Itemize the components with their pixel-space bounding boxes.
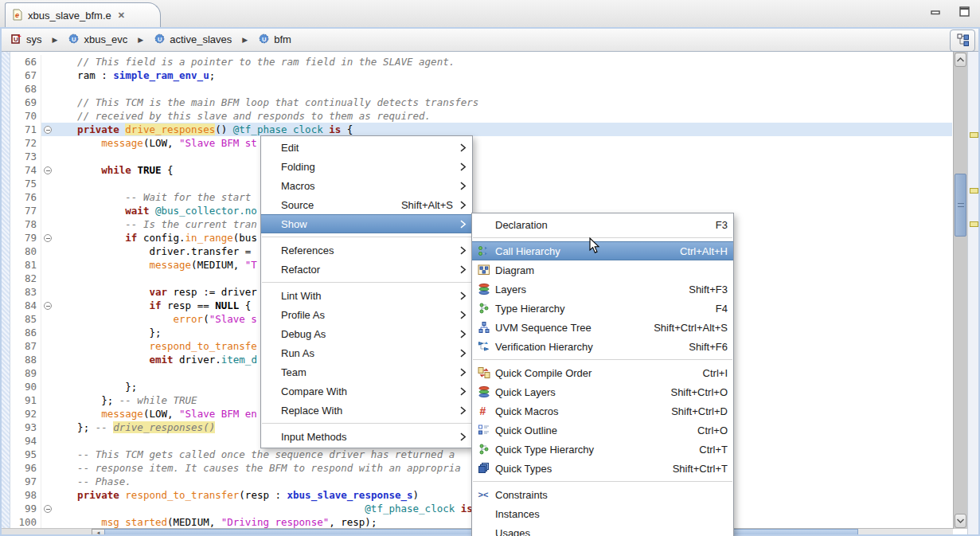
menu-item-usages[interactable]: Usages xyxy=(472,523,733,536)
line-number[interactable]: 84 xyxy=(10,299,41,311)
occurrence-marker[interactable] xyxy=(970,188,978,194)
line-number[interactable]: 99 xyxy=(10,503,41,514)
menu-item-source[interactable]: SourceShift+Alt+S xyxy=(261,195,472,214)
line-number[interactable]: 93 xyxy=(10,421,41,433)
menu-item-team[interactable]: Team xyxy=(261,362,472,381)
vertical-scrollbar[interactable] xyxy=(953,52,968,529)
code-line[interactable]: 66 // This field is a pointer to the ram… xyxy=(10,55,952,68)
line-number[interactable]: 87 xyxy=(10,340,41,352)
line-number[interactable]: 70 xyxy=(10,110,41,122)
line-number[interactable]: 72 xyxy=(10,137,41,149)
line-number[interactable]: 98 xyxy=(10,489,41,501)
menu-item-quick-types[interactable]: Quick TypesShift+Ctrl+T xyxy=(472,459,733,478)
menu-item-quick-outline[interactable]: Quick OutlineCtrl+O xyxy=(472,421,733,440)
code-line[interactable]: 70 // received by this slave and respond… xyxy=(10,109,952,123)
code-text[interactable]: // received by this slave and responds t… xyxy=(53,109,952,123)
line-number[interactable]: 77 xyxy=(10,205,41,217)
tab-xbus-slave-bfm[interactable]: e xbus_slave_bfm.e ✕ xyxy=(5,2,161,28)
code-text[interactable]: -- Wait for the start xyxy=(53,190,952,204)
collapse-icon[interactable] xyxy=(44,302,52,310)
menu-item-references[interactable]: References xyxy=(261,241,472,260)
fold-marker[interactable] xyxy=(41,299,53,312)
menu-item-replace-with[interactable]: Replace With xyxy=(261,401,472,420)
line-number[interactable]: 95 xyxy=(10,448,41,460)
line-number[interactable]: 82 xyxy=(10,272,41,284)
code-text[interactable]: message(LOW, "Slave BFM st xyxy=(53,136,952,150)
code-line[interactable]: 68 xyxy=(10,82,952,96)
code-text[interactable]: private drive_responses() @tf_phase cloc… xyxy=(53,123,952,136)
collapse-icon[interactable] xyxy=(44,234,52,242)
code-line[interactable]: 71 private drive_responses() @tf_phase c… xyxy=(10,123,952,136)
line-number[interactable]: 88 xyxy=(10,354,41,366)
line-number[interactable]: 71 xyxy=(10,123,41,135)
collapse-icon[interactable] xyxy=(44,126,52,134)
line-number[interactable]: 86 xyxy=(10,327,41,338)
menu-item-declaration[interactable]: DeclarationF3 xyxy=(472,215,733,234)
menu-item-show[interactable]: Show xyxy=(261,214,472,233)
line-number[interactable]: 68 xyxy=(10,83,41,95)
code-line[interactable]: 73 xyxy=(10,150,952,163)
menu-item-compare-with[interactable]: Compare With xyxy=(261,381,472,401)
menu-item-verification-hierarchy[interactable]: Verification HierarchyShift+F6 xyxy=(472,337,733,356)
line-number[interactable]: 91 xyxy=(10,394,41,406)
line-number[interactable]: 97 xyxy=(10,475,41,487)
occurrence-marker[interactable] xyxy=(970,132,978,138)
menu-item-layers[interactable]: LayersShift+F3 xyxy=(472,280,733,299)
tab-close-icon[interactable]: ✕ xyxy=(118,10,125,21)
menu-item-quick-macros[interactable]: #Quick MacrosShift+Ctrl+D xyxy=(472,401,733,421)
line-number[interactable]: 67 xyxy=(10,69,41,81)
menu-item-macros[interactable]: Macros xyxy=(261,176,472,195)
code-line[interactable]: 69 // This TCM is the main BFM loop that… xyxy=(10,96,952,109)
line-number[interactable]: 92 xyxy=(10,408,41,420)
line-number[interactable]: 76 xyxy=(10,191,41,203)
fold-marker[interactable] xyxy=(41,163,53,177)
code-line[interactable]: 75 xyxy=(10,177,952,190)
menu-item-debug-as[interactable]: Debug As xyxy=(261,324,472,343)
menu-item-refactor[interactable]: Refactor xyxy=(261,260,472,279)
code-line[interactable]: 72 message(LOW, "Slave BFM st xyxy=(10,136,952,150)
breadcrumb-item-xbus-evc[interactable]: U xbus_evc xyxy=(65,31,130,49)
line-number[interactable]: 94 xyxy=(10,435,41,447)
line-number[interactable]: 66 xyxy=(10,56,41,68)
menu-item-quick-compile-order[interactable]: Quick Compile OrderCtrl+I xyxy=(472,363,733,382)
line-number[interactable]: 75 xyxy=(10,178,41,190)
menu-item-constraints[interactable]: ><Constraints xyxy=(472,485,733,504)
minimize-icon[interactable] xyxy=(929,5,943,19)
code-text[interactable]: // This TCM is the main BFM loop that co… xyxy=(53,96,952,109)
menu-item-edit[interactable]: Edit xyxy=(261,138,472,157)
hierarchy-view-button[interactable] xyxy=(950,29,975,52)
menu-item-type-hierarchy[interactable]: Type HierarchyF4 xyxy=(472,299,733,318)
line-number[interactable]: 83 xyxy=(10,286,41,298)
collapse-icon[interactable] xyxy=(44,166,52,174)
scroll-up-icon[interactable] xyxy=(955,53,966,67)
collapse-icon[interactable] xyxy=(44,505,52,513)
breadcrumb-item-active-slaves[interactable]: U active_slaves xyxy=(151,31,234,49)
vertical-scrollbar-thumb[interactable] xyxy=(955,174,966,237)
fold-marker[interactable] xyxy=(41,123,53,136)
line-number[interactable]: 73 xyxy=(10,151,41,162)
menu-item-uvm-sequence-tree[interactable]: UVM Sequence TreeShift+Ctrl+Alt+S xyxy=(472,318,733,337)
breadcrumb-item-sys[interactable]: U+ sys xyxy=(8,31,45,49)
menu-item-quick-layers[interactable]: Quick LayersShift+Ctrl+O xyxy=(472,382,733,401)
code-text[interactable]: // This field is a pointer to the ram fi… xyxy=(53,55,952,68)
line-number[interactable]: 89 xyxy=(10,367,41,379)
line-number[interactable]: 85 xyxy=(10,313,41,325)
code-text[interactable]: while TRUE { xyxy=(53,163,952,177)
code-line[interactable]: 76 -- Wait for the start xyxy=(10,190,952,204)
code-text[interactable]: ram : simple_ram_env_u; xyxy=(53,68,952,82)
maximize-icon[interactable] xyxy=(958,5,972,19)
line-number[interactable]: 74 xyxy=(10,164,41,176)
line-number[interactable]: 69 xyxy=(10,96,41,108)
menu-item-profile-as[interactable]: Profile As xyxy=(261,305,472,324)
occurrence-marker[interactable] xyxy=(970,221,978,227)
menu-item-diagram[interactable]: Diagram xyxy=(472,260,733,280)
scroll-down-icon[interactable] xyxy=(955,514,966,528)
line-number[interactable]: 79 xyxy=(10,232,41,244)
menu-item-run-as[interactable]: Run As xyxy=(261,343,472,362)
fold-marker[interactable] xyxy=(41,502,53,515)
menu-item-lint-with[interactable]: Lint With xyxy=(261,286,472,305)
line-number[interactable]: 80 xyxy=(10,245,41,257)
code-line[interactable]: 67 ram : simple_ram_env_u; xyxy=(10,68,952,82)
line-number[interactable]: 90 xyxy=(10,381,41,393)
code-line[interactable]: 74 while TRUE { xyxy=(10,163,952,177)
